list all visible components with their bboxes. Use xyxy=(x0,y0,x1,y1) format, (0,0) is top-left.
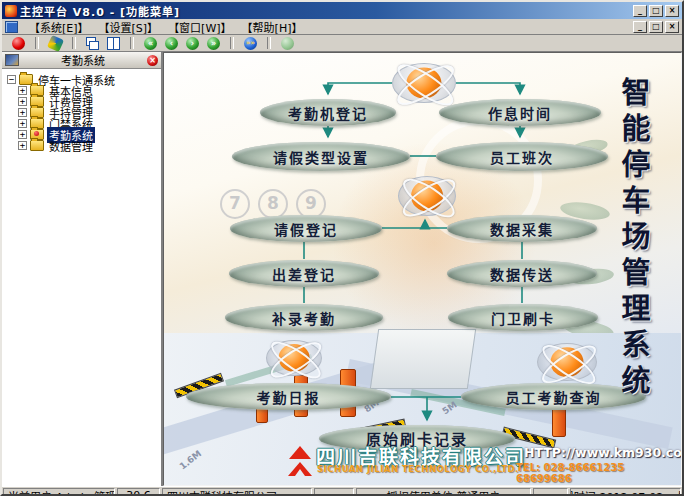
dimension-label: 1.6M xyxy=(178,448,204,471)
status-company: 四川吉联科技有限公司 xyxy=(162,488,312,496)
flow-node-attendance-daily-report[interactable]: 考勤日报 xyxy=(186,383,391,410)
toolbar-separator xyxy=(130,37,134,49)
expand-icon[interactable]: + xyxy=(18,130,27,139)
sidebar-close-icon[interactable]: × xyxy=(147,55,158,66)
expand-icon[interactable]: + xyxy=(18,108,27,117)
minimize-icon[interactable]: _ xyxy=(633,5,647,17)
close-icon[interactable]: × xyxy=(665,5,679,17)
restore-icon[interactable]: □ xyxy=(649,5,663,17)
toolbar-separator xyxy=(72,37,76,49)
app-icon xyxy=(5,5,17,17)
menu-help[interactable]: 【帮助[H]】 xyxy=(237,19,308,35)
status-server-time: 服务器时间:2012-07-02 星期一 xyxy=(570,488,681,496)
system-icon[interactable] xyxy=(47,34,64,51)
toolbar-separator xyxy=(230,37,234,49)
nav-first-icon[interactable]: « xyxy=(144,37,157,50)
nav-prev-icon[interactable]: ‹ xyxy=(165,37,178,50)
status-spacer xyxy=(533,488,568,496)
dimension-label: 5M xyxy=(441,400,459,417)
toolbar-separator xyxy=(35,37,39,49)
module-tree: − 停车一卡通系统 + 基本信息 + 计费管理 + 手持管理 xyxy=(2,69,161,156)
globe-icon xyxy=(398,176,456,216)
child-close-icon[interactable]: × xyxy=(665,21,679,33)
menu-settings[interactable]: 【设置[S]】 xyxy=(94,19,164,35)
flow-node-work-schedule[interactable]: 作息时间 xyxy=(439,99,601,126)
weekday-value: 星期一 xyxy=(677,488,681,496)
expand-icon[interactable]: + xyxy=(18,86,27,95)
status-bar: 当前用户:Admin 管理员 30:6 四川吉联科技有限公司 授权使用单位:普通… xyxy=(2,486,682,496)
sidebar-header: 考勤系统 × xyxy=(2,52,161,69)
flow-node-leave-register[interactable]: 请假登记 xyxy=(230,215,382,242)
globe-icon xyxy=(537,343,597,381)
toolbar-separator xyxy=(267,37,271,49)
website-icon[interactable]: »» xyxy=(244,37,257,50)
flow-node-supplement-attendance[interactable]: 补录考勤 xyxy=(225,304,383,331)
expand-icon[interactable]: + xyxy=(18,141,27,150)
flow-node-guard-swipe[interactable]: 门卫刷卡 xyxy=(448,304,598,331)
status-counter: 30:6 xyxy=(117,488,160,496)
online-status-icon[interactable] xyxy=(281,37,294,50)
company-website[interactable]: HTTP://www.km930.com xyxy=(524,445,682,460)
child-minimize-icon[interactable]: _ xyxy=(633,21,647,33)
company-name-en: SICHUAN JILIAN TECHNOLOGY CO.,LTD. xyxy=(317,464,519,474)
tree-item-data-mgmt[interactable]: + 数据管理 xyxy=(18,140,159,151)
title-bar: 主控平台 V8.0 - [功能菜单] _ □ × xyxy=(2,2,682,19)
flow-node-leave-type-setup[interactable]: 请假类型设置 xyxy=(232,142,410,171)
server-time-value: 服务器时间:2012-07-02 xyxy=(570,488,663,496)
status-current-user: 当前用户:Admin 管理员 xyxy=(3,488,115,496)
company-telephone: TEL: 028-86661235 68699686 xyxy=(516,462,681,484)
exit-icon[interactable] xyxy=(12,37,25,50)
cascade-windows-icon[interactable] xyxy=(86,37,99,50)
status-license: 授权使用单位:普通用户 xyxy=(356,488,531,496)
nav-next-icon[interactable]: › xyxy=(186,37,199,50)
main-canvas: 7 8 9 8M xyxy=(163,52,682,486)
flow-node-attendance-machine-register[interactable]: 考勤机登记 xyxy=(260,99,396,126)
menu-window[interactable]: 【窗口[W]】 xyxy=(163,19,236,35)
toolbar: « ‹ › » »» xyxy=(2,35,682,52)
expand-icon[interactable]: + xyxy=(18,119,27,128)
flow-node-data-collection[interactable]: 数据采集 xyxy=(447,215,597,242)
folder-icon xyxy=(30,140,44,151)
vertical-banner-title: 智能停车场管理系统 xyxy=(612,77,654,425)
status-spacer xyxy=(314,488,354,496)
tile-windows-icon[interactable] xyxy=(107,37,120,50)
expand-icon[interactable]: + xyxy=(18,97,27,106)
flow-node-business-trip-register[interactable]: 出差登记 xyxy=(229,260,379,287)
sidebar: 考勤系统 × − 停车一卡通系统 + 基本信息 + 计费管理 xyxy=(2,52,163,486)
globe-icon xyxy=(392,63,456,103)
app-window: 主控平台 V8.0 - [功能菜单] _ □ × 【系统[E]】 【设置[S]】… xyxy=(0,0,684,496)
flow-node-data-transfer[interactable]: 数据传送 xyxy=(447,260,597,287)
nav-last-icon[interactable]: » xyxy=(207,37,220,50)
child-restore-icon[interactable]: □ xyxy=(649,21,663,33)
module-icon xyxy=(5,54,19,66)
sidebar-title: 考勤系统 xyxy=(19,52,147,68)
menu-bar: 【系统[E]】 【设置[S]】 【窗口[W]】 【帮助[H]】 _ □ × xyxy=(2,19,682,35)
company-logo xyxy=(286,446,314,476)
collapse-icon[interactable]: − xyxy=(7,75,16,84)
child-window-icon[interactable] xyxy=(5,21,18,33)
flow-node-employee-shift[interactable]: 员工班次 xyxy=(436,142,608,171)
globe-icon xyxy=(266,340,322,376)
menu-system[interactable]: 【系统[E]】 xyxy=(24,19,94,35)
window-title: 主控平台 V8.0 - [功能菜单] xyxy=(20,3,630,19)
